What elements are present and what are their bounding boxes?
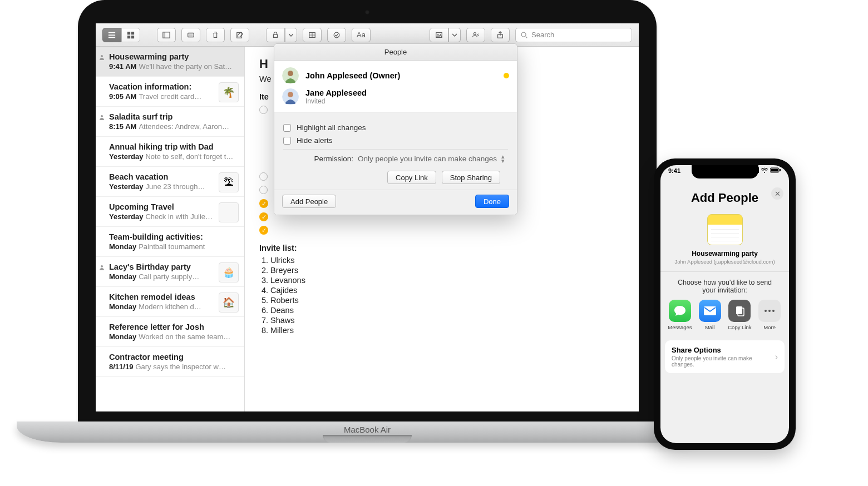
app-label: Copy Link <box>728 324 751 330</box>
collaborate-button[interactable] <box>466 28 485 42</box>
media-button[interactable] <box>430 28 448 42</box>
search-input[interactable]: Search <box>515 28 632 42</box>
hide-alerts-checkbox[interactable]: Hide alerts <box>283 136 508 145</box>
svg-point-11 <box>437 33 438 34</box>
lock-button[interactable] <box>266 28 285 42</box>
note-thumbnail <box>219 202 239 222</box>
people-list: John Appleseed (Owner) Jane Appleseed In… <box>274 61 517 112</box>
check-icon: ✓ <box>259 226 268 235</box>
note-list-item[interactable]: Reference letter for JoshMondayWorked on… <box>96 317 244 347</box>
svg-point-17 <box>101 115 103 117</box>
note-list-item[interactable]: Beach vacationYesterdayJune 23 through…🏝 <box>96 167 244 197</box>
format-button[interactable]: Aa <box>352 28 371 42</box>
share-apps-row: Messages Mail Copy Link More <box>660 294 789 333</box>
stop-sharing-button[interactable]: Stop Sharing <box>442 171 500 184</box>
mac-screen: Aa Search Housewarming pa <box>96 23 639 411</box>
share-via-mail[interactable]: Mail <box>696 300 724 330</box>
note-title: Kitchen remodel ideas <box>109 292 236 301</box>
avatar-icon <box>282 67 299 84</box>
add-people-button[interactable]: Add People <box>282 195 336 208</box>
svg-rect-5 <box>274 34 278 37</box>
battery-icon <box>770 167 781 173</box>
mail-icon <box>699 300 721 322</box>
share-options-title: Share Options <box>672 346 775 354</box>
person-name: Jane Appleseed <box>305 88 509 97</box>
copy-link-button[interactable]: Copy Link <box>387 171 436 184</box>
share-copy-link[interactable]: Copy Link <box>726 300 753 330</box>
people-popover: People John Appleseed (Owner) Jane Apple… <box>274 43 517 215</box>
note-list-item[interactable]: Upcoming TravelYesterdayCheck in with Ju… <box>96 197 244 227</box>
note-meta: MondayPaintball tournament <box>109 242 236 251</box>
media-menu-button[interactable] <box>448 28 461 42</box>
note-list-item[interactable]: Kitchen remodel ideasMondayModern kitche… <box>96 287 244 317</box>
highlight-changes-checkbox[interactable]: Highlight all changes <box>283 123 508 132</box>
note-title: Upcoming Travel <box>109 202 236 211</box>
table-button[interactable] <box>303 28 322 42</box>
invite-list-item: Cajides <box>270 286 624 295</box>
note-thumbnail: 🏝 <box>219 172 239 192</box>
view-grid-button[interactable] <box>121 28 140 42</box>
note-list-item[interactable]: Annual hiking trip with DadYesterdayNote… <box>96 137 244 167</box>
iphone-screen: 9:41 ✕ Add People Housewarming party Joh… <box>660 165 789 443</box>
share-button[interactable] <box>491 28 510 42</box>
copy-link-icon <box>728 300 751 322</box>
lock-menu-button[interactable] <box>285 28 297 42</box>
note-meta: MondayModern kitchen d… <box>109 302 236 311</box>
messages-icon <box>669 300 691 322</box>
editor-check[interactable]: ✓ <box>259 226 624 235</box>
attachments-button[interactable] <box>181 28 200 42</box>
note-list-item[interactable]: Vacation information:9:05 AMTravel credi… <box>96 77 244 107</box>
delete-button[interactable] <box>206 28 225 42</box>
note-meta: MondayCall party supply… <box>109 272 236 281</box>
svg-point-22 <box>288 92 293 97</box>
note-title: Lacy's Birthday party <box>109 262 236 271</box>
sheet-title: Add People <box>660 191 789 205</box>
app-label: Mail <box>705 324 714 330</box>
invite-list-item: Roberts <box>270 296 624 305</box>
invite-list-item: Deans <box>270 306 624 315</box>
permission-select[interactable]: Permission: Only people you invite can m… <box>283 149 508 165</box>
avatar-icon <box>282 88 299 105</box>
checkbox-label: Hide alerts <box>297 136 333 145</box>
sidebar-toggle-button[interactable] <box>157 28 176 42</box>
note-title: Housewarming party <box>109 52 236 61</box>
share-more[interactable]: More <box>756 300 783 330</box>
svg-point-12 <box>474 32 476 34</box>
note-title: Team-building activities: <box>109 232 236 241</box>
share-options-row[interactable]: Share Options Only people you invite can… <box>665 340 785 373</box>
svg-line-15 <box>526 36 527 38</box>
note-meta: MondayWorked on the same team… <box>109 333 236 341</box>
person-row[interactable]: John Appleseed (Owner) <box>282 65 509 86</box>
note-list-item[interactable]: Team-building activities:MondayPaintball… <box>96 227 244 257</box>
checkbox-icon <box>283 137 291 145</box>
notes-sidebar[interactable]: Housewarming party9:41 AMWe'll have the … <box>96 47 245 411</box>
svg-point-18 <box>101 265 103 267</box>
macbook-air-frame: Aa Search Housewarming pa <box>78 0 657 464</box>
done-button[interactable]: Done <box>475 195 509 208</box>
wifi-icon <box>761 167 768 173</box>
note-list-item[interactable]: Saladita surf trip8:15 AMAttendees: Andr… <box>96 107 244 137</box>
checklist-button[interactable] <box>327 28 346 42</box>
file-name: Housewarming party <box>660 250 789 257</box>
note-list-item[interactable]: Housewarming party9:41 AMWe'll have the … <box>96 47 244 77</box>
new-note-button[interactable] <box>230 28 249 42</box>
note-meta: 8:15 AMAttendees: Andrew, Aaron… <box>109 122 236 131</box>
person-row[interactable]: Jane Appleseed Invited <box>282 86 509 107</box>
note-meta: YesterdayNote to self, don't forget t… <box>109 152 236 161</box>
permission-value: Only people you invite can make changes <box>358 155 497 163</box>
note-title: Vacation information: <box>109 82 236 91</box>
person-status: Invited <box>305 97 509 105</box>
share-via-messages[interactable]: Messages <box>666 300 694 330</box>
note-list-item[interactable]: Contractor meeting8/11/19Gary says the i… <box>96 347 244 377</box>
note-list-item[interactable]: Lacy's Birthday partyMondayCall party su… <box>96 257 244 287</box>
close-button[interactable]: ✕ <box>771 187 783 200</box>
svg-point-29 <box>765 310 767 312</box>
svg-point-16 <box>101 55 103 57</box>
note-meta: 9:05 AMTravel credit card… <box>109 92 236 101</box>
app-label: More <box>763 324 776 330</box>
permission-label: Permission: <box>314 155 354 163</box>
view-list-button[interactable] <box>102 28 121 42</box>
note-meta: YesterdayJune 23 through… <box>109 182 236 191</box>
note-meta: 8/11/19Gary says the inspector w… <box>109 363 236 371</box>
note-title: Annual hiking trip with Dad <box>109 142 236 151</box>
